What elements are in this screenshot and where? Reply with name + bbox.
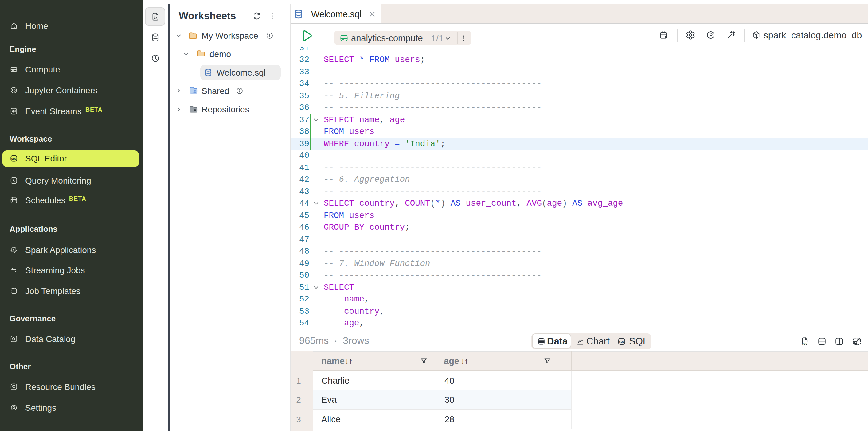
svg-text:csv: csv — [802, 341, 807, 345]
svg-text:SQL: SQL — [619, 340, 624, 343]
svg-text:SQL: SQL — [11, 158, 16, 160]
